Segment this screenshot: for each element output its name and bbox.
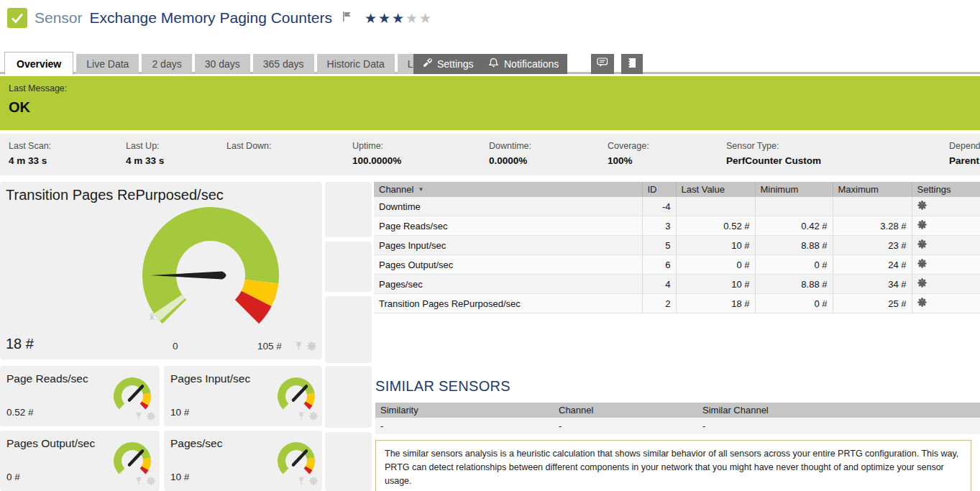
flag-icon[interactable] bbox=[342, 11, 352, 25]
gauge-average-marker: x̄ bbox=[150, 311, 155, 322]
tab-overview[interactable]: Overview bbox=[4, 52, 73, 75]
similar-channel-value: - bbox=[554, 418, 697, 434]
mini-gauge-value: 10 # bbox=[170, 407, 189, 418]
tab-historic-data[interactable]: Historic Data bbox=[317, 54, 395, 74]
channel-maximum bbox=[833, 197, 912, 216]
channel-row[interactable]: Pages Input/sec 5 10 # 8.88 # 23 # bbox=[374, 236, 980, 255]
star-icon[interactable]: ★ bbox=[406, 12, 418, 25]
col-minimum[interactable]: Minimum bbox=[755, 182, 833, 197]
similar-sensors-table: Similarity Channel Similar Channel - - - bbox=[375, 403, 980, 434]
col-channel[interactable]: Channel▼ bbox=[374, 182, 642, 197]
empty-channel-panel bbox=[325, 432, 372, 491]
channel-row[interactable]: Pages/sec 4 10 # 8.88 # 34 # bbox=[374, 275, 980, 294]
channel-name[interactable]: Transition Pages RePurposed/sec bbox=[374, 294, 642, 313]
col-id[interactable]: ID bbox=[642, 182, 676, 197]
channel-settings-gear-icon[interactable] bbox=[917, 259, 927, 268]
mini-gauge-value: 10 # bbox=[170, 472, 189, 482]
gear-icon[interactable] bbox=[147, 412, 155, 421]
pin-icon[interactable] bbox=[294, 341, 303, 351]
mini-gauge-title: Pages/sec bbox=[170, 437, 222, 450]
gauge-panel-transition-pages: Transition Pages RePurposed/sec x̄ 18 # … bbox=[0, 182, 322, 359]
channel-row[interactable]: Pages Output/sec 6 0 # 0 # 24 # bbox=[374, 255, 980, 275]
gear-icon[interactable] bbox=[309, 412, 318, 421]
mini-gauge-chart bbox=[109, 375, 155, 416]
gear-icon[interactable] bbox=[307, 341, 316, 351]
star-icon[interactable]: ★ bbox=[392, 12, 404, 25]
channel-minimum: 0.42 # bbox=[755, 216, 833, 236]
col-maximum[interactable]: Maximum bbox=[833, 182, 912, 197]
channel-minimum: 0 # bbox=[755, 255, 833, 275]
settings-button[interactable]: Settings bbox=[413, 54, 482, 74]
gauge-value: 18 # bbox=[6, 336, 34, 352]
gauge-title: Transition Pages RePurposed/sec bbox=[6, 187, 224, 203]
mini-gauge-value: 0 # bbox=[6, 472, 20, 482]
channel-table-header: Channel▼ ID Last Value Minimum Maximum S… bbox=[374, 182, 980, 197]
empty-channel-panel bbox=[325, 182, 372, 237]
history-button[interactable] bbox=[621, 54, 643, 74]
col-settings[interactable]: Settings bbox=[912, 182, 980, 197]
speech-bubble-icon bbox=[597, 58, 608, 71]
gauge-min-label: 0 bbox=[173, 341, 178, 352]
pin-icon[interactable] bbox=[134, 477, 143, 485]
channel-settings-gear-icon[interactable] bbox=[917, 278, 927, 288]
channel-maximum: 3.28 # bbox=[833, 216, 912, 236]
pin-icon[interactable] bbox=[297, 412, 306, 421]
channel-settings-gear-icon[interactable] bbox=[917, 298, 927, 307]
gear-icon[interactable] bbox=[309, 477, 318, 485]
channel-maximum: 24 # bbox=[833, 255, 912, 275]
sensor-prefix-label: Sensor bbox=[35, 9, 83, 27]
col-last-value[interactable]: Last Value bbox=[676, 182, 755, 197]
channel-maximum: 23 # bbox=[833, 236, 912, 255]
sort-desc-icon: ▼ bbox=[418, 186, 423, 193]
channel-settings-gear-icon[interactable] bbox=[917, 239, 927, 249]
channel-id: 5 bbox=[642, 236, 676, 255]
channel-last-value: 18 # bbox=[676, 294, 755, 313]
tab-365-days[interactable]: 365 days bbox=[253, 54, 314, 74]
mini-gauge-chart bbox=[109, 439, 155, 481]
empty-channel-panel bbox=[325, 296, 372, 363]
channel-name[interactable]: Pages Output/sec bbox=[374, 255, 642, 275]
comments-button[interactable] bbox=[591, 54, 614, 74]
channel-row[interactable]: Transition Pages RePurposed/sec 2 18 # 0… bbox=[374, 294, 980, 313]
channel-last-value: 0.52 # bbox=[676, 216, 755, 236]
channel-row[interactable]: Downtime -4 bbox=[374, 197, 980, 216]
bell-icon bbox=[488, 58, 499, 70]
pin-icon[interactable] bbox=[134, 412, 143, 421]
mini-gauge-chart bbox=[273, 375, 319, 416]
tab-30-days[interactable]: 30 days bbox=[195, 54, 250, 74]
tab-2-days[interactable]: 2 days bbox=[142, 54, 191, 74]
channel-maximum: 25 # bbox=[833, 294, 912, 313]
channel-settings-gear-icon[interactable] bbox=[917, 220, 927, 229]
priority-stars[interactable]: ★★★★★ bbox=[365, 12, 433, 25]
channel-name[interactable]: Pages/sec bbox=[374, 275, 642, 294]
mini-gauge-value: 0.52 # bbox=[6, 407, 34, 418]
sensor-ok-check-icon bbox=[7, 8, 27, 28]
mini-gauge-chart bbox=[273, 439, 319, 481]
similar-channel2-value: - bbox=[697, 418, 980, 434]
col-similarity: Similarity bbox=[375, 403, 554, 418]
col-sim-channel: Channel bbox=[554, 403, 697, 418]
gauge-panel-page-reads: Page Reads/sec 0.52 # bbox=[0, 366, 160, 426]
channel-name[interactable]: Downtime bbox=[374, 197, 642, 216]
channel-id: -4 bbox=[642, 197, 676, 216]
star-icon[interactable]: ★ bbox=[365, 12, 377, 25]
channel-row[interactable]: Page Reads/sec 3 0.52 # 0.42 # 3.28 # bbox=[374, 216, 980, 236]
mini-gauge-title: Pages Input/sec bbox=[170, 372, 250, 385]
channel-minimum: 8.88 # bbox=[755, 275, 833, 294]
similar-table-header: Similarity Channel Similar Channel bbox=[375, 403, 980, 418]
channel-settings-gear-icon[interactable] bbox=[917, 201, 927, 210]
empty-channel-panel bbox=[325, 242, 372, 292]
star-icon[interactable]: ★ bbox=[378, 12, 390, 25]
gear-icon[interactable] bbox=[147, 477, 155, 485]
tab-live-data[interactable]: Live Data bbox=[76, 54, 139, 74]
gauge-panel-pages-output: Pages Output/sec 0 # bbox=[0, 431, 160, 491]
tab-bar: Overview Live Data 2 days 30 days 365 da… bbox=[4, 54, 434, 75]
notifications-button[interactable]: Notifications bbox=[480, 54, 567, 74]
channel-name[interactable]: Pages Input/sec bbox=[374, 236, 642, 255]
star-icon[interactable]: ★ bbox=[419, 12, 431, 25]
wrench-icon bbox=[422, 58, 432, 70]
channel-name[interactable]: Page Reads/sec bbox=[374, 216, 642, 236]
pin-icon[interactable] bbox=[297, 477, 306, 485]
similar-sensors-row: - - - bbox=[375, 418, 980, 434]
mini-gauge-title: Page Reads/sec bbox=[6, 372, 88, 385]
